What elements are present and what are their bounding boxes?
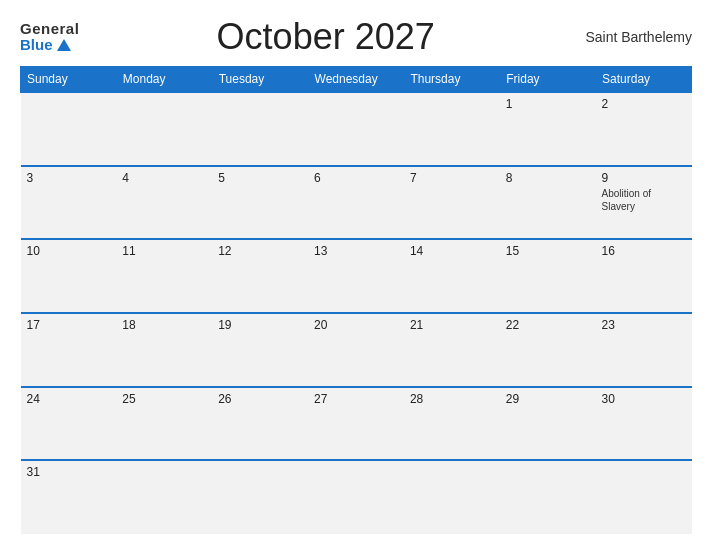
- calendar-day-cell: 24: [21, 387, 117, 461]
- day-number: 25: [122, 392, 206, 406]
- day-number: 9: [602, 171, 686, 185]
- weekday-header-saturday: Saturday: [596, 67, 692, 93]
- calendar-day-cell: 18: [116, 313, 212, 387]
- day-number: 27: [314, 392, 398, 406]
- weekday-header-monday: Monday: [116, 67, 212, 93]
- calendar-week-row: 3456789Abolition of Slavery: [21, 166, 692, 240]
- day-number: 20: [314, 318, 398, 332]
- calendar-header: General Blue October 2027 Saint Barthele…: [20, 16, 692, 58]
- calendar-day-cell: 10: [21, 239, 117, 313]
- calendar-day-cell: 31: [21, 460, 117, 534]
- weekday-header-sunday: Sunday: [21, 67, 117, 93]
- calendar-day-cell: 17: [21, 313, 117, 387]
- day-number: 6: [314, 171, 398, 185]
- calendar-day-cell: 22: [500, 313, 596, 387]
- calendar-day-cell: 19: [212, 313, 308, 387]
- day-number: 28: [410, 392, 494, 406]
- calendar-day-cell: 6: [308, 166, 404, 240]
- calendar-day-cell: 12: [212, 239, 308, 313]
- day-number: 7: [410, 171, 494, 185]
- calendar-day-cell: [212, 460, 308, 534]
- day-number: 15: [506, 244, 590, 258]
- calendar-day-cell: [596, 460, 692, 534]
- calendar-day-cell: 5: [212, 166, 308, 240]
- day-number: 12: [218, 244, 302, 258]
- calendar-day-cell: 21: [404, 313, 500, 387]
- calendar-day-cell: [404, 92, 500, 166]
- day-number: 29: [506, 392, 590, 406]
- calendar-week-row: 31: [21, 460, 692, 534]
- logo-general-text: General: [20, 21, 79, 38]
- calendar-day-cell: [21, 92, 117, 166]
- calendar-week-row: 17181920212223: [21, 313, 692, 387]
- calendar-day-cell: [116, 460, 212, 534]
- day-number: 17: [27, 318, 111, 332]
- day-number: 14: [410, 244, 494, 258]
- calendar-day-cell: 7: [404, 166, 500, 240]
- event-label: Abolition of Slavery: [602, 187, 686, 213]
- calendar-day-cell: [212, 92, 308, 166]
- calendar-day-cell: 23: [596, 313, 692, 387]
- calendar-day-cell: 16: [596, 239, 692, 313]
- calendar-day-cell: 1: [500, 92, 596, 166]
- day-number: 19: [218, 318, 302, 332]
- day-number: 24: [27, 392, 111, 406]
- day-number: 16: [602, 244, 686, 258]
- day-number: 18: [122, 318, 206, 332]
- calendar-day-cell: 20: [308, 313, 404, 387]
- weekday-header-friday: Friday: [500, 67, 596, 93]
- calendar-day-cell: 14: [404, 239, 500, 313]
- calendar-day-cell: [116, 92, 212, 166]
- logo: General Blue: [20, 21, 79, 54]
- calendar-day-cell: [308, 92, 404, 166]
- logo-triangle-icon: [57, 39, 71, 51]
- region-label: Saint Barthelemy: [572, 29, 692, 45]
- calendar-table: SundayMondayTuesdayWednesdayThursdayFrid…: [20, 66, 692, 534]
- calendar-week-row: 24252627282930: [21, 387, 692, 461]
- calendar-day-cell: 15: [500, 239, 596, 313]
- weekday-header-wednesday: Wednesday: [308, 67, 404, 93]
- calendar-week-row: 12: [21, 92, 692, 166]
- day-number: 10: [27, 244, 111, 258]
- weekday-header-thursday: Thursday: [404, 67, 500, 93]
- calendar-day-cell: 29: [500, 387, 596, 461]
- day-number: 31: [27, 465, 111, 479]
- calendar-day-cell: [500, 460, 596, 534]
- calendar-day-cell: 9Abolition of Slavery: [596, 166, 692, 240]
- day-number: 1: [506, 97, 590, 111]
- weekday-header-tuesday: Tuesday: [212, 67, 308, 93]
- day-number: 8: [506, 171, 590, 185]
- calendar-day-cell: 27: [308, 387, 404, 461]
- day-number: 26: [218, 392, 302, 406]
- day-number: 30: [602, 392, 686, 406]
- day-number: 2: [602, 97, 686, 111]
- calendar-day-cell: 3: [21, 166, 117, 240]
- calendar-day-cell: 25: [116, 387, 212, 461]
- calendar-day-cell: 30: [596, 387, 692, 461]
- day-number: 21: [410, 318, 494, 332]
- weekday-header-row: SundayMondayTuesdayWednesdayThursdayFrid…: [21, 67, 692, 93]
- day-number: 3: [27, 171, 111, 185]
- day-number: 22: [506, 318, 590, 332]
- calendar-day-cell: 13: [308, 239, 404, 313]
- calendar-title: October 2027: [79, 16, 572, 58]
- calendar-day-cell: 2: [596, 92, 692, 166]
- day-number: 5: [218, 171, 302, 185]
- day-number: 13: [314, 244, 398, 258]
- calendar-day-cell: 28: [404, 387, 500, 461]
- calendar-day-cell: 8: [500, 166, 596, 240]
- calendar-day-cell: [404, 460, 500, 534]
- calendar-day-cell: 11: [116, 239, 212, 313]
- calendar-week-row: 10111213141516: [21, 239, 692, 313]
- calendar-day-cell: 4: [116, 166, 212, 240]
- calendar-day-cell: [308, 460, 404, 534]
- logo-blue-text: Blue: [20, 37, 71, 54]
- calendar-day-cell: 26: [212, 387, 308, 461]
- day-number: 23: [602, 318, 686, 332]
- day-number: 11: [122, 244, 206, 258]
- day-number: 4: [122, 171, 206, 185]
